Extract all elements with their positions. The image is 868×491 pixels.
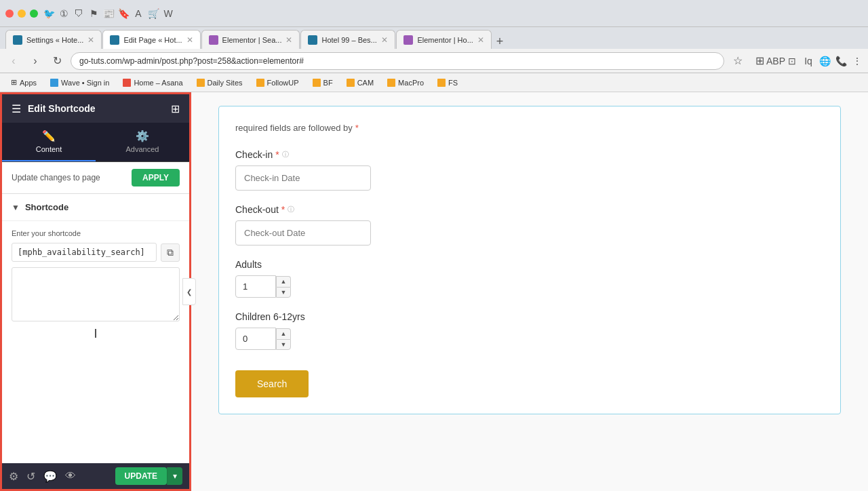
extension-bar-icon-3[interactable]: ⊡	[787, 56, 797, 66]
shortcode-textarea[interactable]	[12, 267, 180, 321]
extension-bar-icon-5[interactable]: 🌐	[819, 56, 830, 66]
checkin-input[interactable]	[235, 165, 371, 191]
comments-icon[interactable]: 💬	[43, 470, 57, 483]
tab-close-icon[interactable]: ✕	[87, 35, 94, 45]
bookmark-label: FollowUP	[267, 79, 299, 87]
address-bar[interactable]: go-tuts.com/wp-admin/post.php?post=258&a…	[71, 52, 724, 70]
browser-tab-elementor-sea[interactable]: Elementor | Sea... ✕	[201, 30, 300, 49]
tab-title: Hotel 99 – Bes...	[321, 36, 377, 44]
address-bar-row: ‹ › ↻ go-tuts.com/wp-admin/post.php?post…	[0, 49, 868, 73]
adults-label-text: Adults	[235, 259, 262, 270]
bookmark-followup[interactable]: FollowUP	[251, 77, 304, 88]
tab-advanced[interactable]: ⚙️ Advanced	[96, 123, 189, 161]
history-icon[interactable]: ↺	[26, 470, 35, 483]
section-title: Shortcode	[25, 202, 68, 212]
extension-icon-2[interactable]: ⛉	[73, 8, 84, 19]
extension-icon-7[interactable]: 🛒	[148, 8, 159, 19]
bookmark-bf[interactable]: BF	[307, 77, 338, 88]
extension-icon-8[interactable]: W	[163, 8, 174, 19]
update-dropdown-button[interactable]: ▾	[167, 467, 182, 485]
required-star: *	[275, 149, 279, 160]
bookmarks-bar: ⊞ Apps Wave • Sign in Home – Asana Daily…	[0, 73, 868, 92]
bookmark-asana[interactable]: Home – Asana	[117, 77, 188, 88]
tab-title: Elementor | Ho...	[417, 36, 473, 44]
bookmark-fs[interactable]: FS	[432, 77, 463, 88]
tab-favicon	[110, 35, 119, 45]
apps-icon: ⊞	[11, 78, 17, 87]
content-area: required fields are followed by * Check-…	[191, 92, 868, 491]
back-button[interactable]: ‹	[5, 53, 22, 69]
reload-button[interactable]: ↻	[49, 53, 65, 69]
address-text: go-tuts.com/wp-admin/post.php?post=258&a…	[79, 56, 304, 66]
bookmark-label: FS	[448, 79, 458, 87]
bookmark-macpro[interactable]: MacPro	[382, 77, 429, 88]
adults-decrement-button[interactable]: ▼	[276, 287, 291, 298]
checkout-input[interactable]	[235, 220, 371, 246]
minimize-button[interactable]	[18, 9, 26, 18]
children-increment-button[interactable]: ▲	[276, 328, 291, 339]
folder-icon[interactable]: ⚙	[9, 470, 18, 483]
tab-title: Settings « Hote...	[26, 36, 83, 44]
tab-close-icon[interactable]: ✕	[285, 35, 292, 45]
maximize-button[interactable]	[30, 9, 38, 18]
forward-button[interactable]: ›	[27, 53, 43, 69]
adults-increment-button[interactable]: ▲	[276, 276, 291, 287]
bookmark-folder-icon	[387, 79, 395, 87]
grid-icon[interactable]: ⊞	[171, 102, 180, 115]
extension-icon-1[interactable]: ①	[58, 8, 69, 19]
children-decrement-button[interactable]: ▼	[276, 339, 291, 350]
tab-content[interactable]: ✏️ Content	[2, 123, 96, 161]
twitter-icon[interactable]: 🐦	[43, 8, 54, 19]
extension-bar-icon-4[interactable]: Iq	[803, 56, 814, 66]
eye-icon[interactable]: 👁	[65, 470, 76, 482]
bookmark-label: Daily Sites	[208, 79, 243, 87]
browser-tab-settings[interactable]: Settings « Hote... ✕	[5, 30, 102, 49]
children-input[interactable]	[235, 328, 276, 350]
bookmark-wave[interactable]: Wave • Sign in	[45, 77, 115, 88]
tab-close-icon[interactable]: ✕	[381, 35, 388, 45]
bookmark-cam[interactable]: CAM	[341, 77, 379, 88]
text-cursor-icon: I	[94, 327, 97, 341]
update-bar: Update changes to page APPLY	[2, 162, 189, 194]
browser-tab-edit-page[interactable]: Edit Page « Hot... ✕	[102, 30, 200, 49]
extension-bar-icon-6[interactable]: 📞	[835, 56, 846, 66]
bookmark-daily-sites[interactable]: Daily Sites	[191, 77, 248, 88]
close-button[interactable]	[5, 9, 14, 18]
apply-button[interactable]: APPLY	[132, 169, 180, 186]
booking-form-container: required fields are followed by * Check-…	[218, 106, 841, 414]
adults-input[interactable]	[235, 275, 276, 298]
chevron-left-icon: ❮	[186, 288, 192, 296]
browser-tab-elementor-ho[interactable]: Elementor | Ho... ✕	[396, 30, 491, 49]
browser-tab-hotel99[interactable]: Hotel 99 – Bes... ✕	[300, 30, 395, 49]
extension-icon-4[interactable]: 📰	[103, 8, 114, 19]
bookmark-star-icon[interactable]: ☆	[730, 53, 746, 69]
search-button[interactable]: Search	[235, 370, 309, 397]
checkin-label: Check-in * ⓘ	[235, 149, 824, 160]
shortcode-input-row: ⧉	[12, 243, 180, 262]
shortcode-section-header[interactable]: ▼ Shortcode	[2, 194, 189, 221]
extension-icon-5[interactable]: 🔖	[118, 8, 129, 19]
required-note-text: required fields are followed by	[235, 123, 353, 133]
bookmark-apps[interactable]: ⊞ Apps	[5, 77, 42, 88]
extension-bar-icon-1[interactable]: ⊞	[754, 56, 765, 66]
collapse-handle[interactable]: ❮	[182, 278, 196, 305]
tooltip-icon: ⓘ	[288, 205, 294, 214]
tab-close-icon[interactable]: ✕	[186, 35, 193, 45]
extension-icon-6[interactable]: A	[133, 8, 144, 19]
shortcode-input[interactable]	[12, 243, 157, 262]
content-tab-label: Content	[36, 145, 62, 153]
new-tab-button[interactable]: +	[492, 35, 508, 49]
children-input-row: ▲ ▼	[235, 328, 824, 350]
extension-bar-icon-2[interactable]: ABP	[770, 56, 781, 66]
hamburger-icon[interactable]: ☰	[12, 102, 21, 115]
copy-button[interactable]: ⧉	[161, 243, 180, 262]
tab-favicon	[403, 35, 413, 45]
required-note: required fields are followed by *	[235, 123, 824, 133]
tab-close-icon[interactable]: ✕	[477, 35, 484, 45]
more-options-icon[interactable]: ⋮	[852, 56, 863, 66]
tab-favicon	[209, 35, 218, 45]
tabs-bar: Settings « Hote... ✕ Edit Page « Hot... …	[0, 27, 868, 49]
extension-icon-3[interactable]: ⚑	[88, 8, 99, 19]
update-button[interactable]: UPDATE	[115, 467, 167, 485]
bookmark-label: Apps	[20, 79, 37, 87]
